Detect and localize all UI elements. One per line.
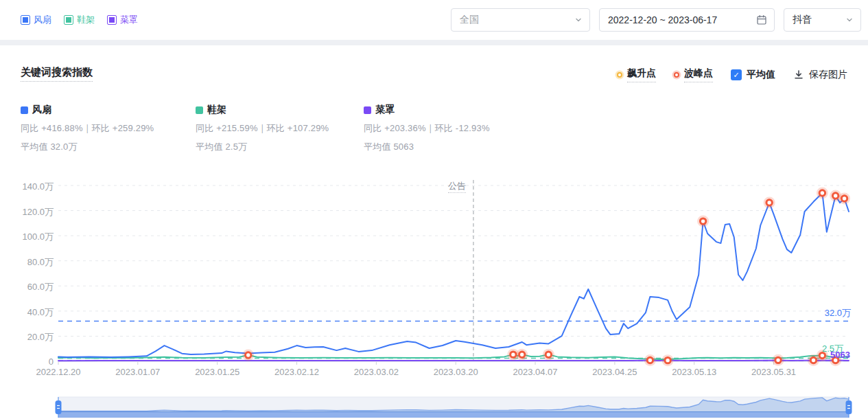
x-tick-label: 2023.02.12	[274, 367, 319, 377]
series-line	[58, 360, 849, 361]
annotation-label: 公告	[448, 180, 466, 192]
series-color-swatch	[196, 106, 203, 114]
brush-selected-strip	[58, 411, 849, 418]
peak-marker[interactable]	[819, 190, 825, 196]
series-color-swatch	[364, 106, 371, 114]
x-tick-label: 2023.03.20	[434, 367, 478, 377]
date-range-value: 2022-12-20 ~ 2023-06-17	[608, 14, 717, 25]
keyword-checkbox-icon	[64, 15, 73, 25]
keyword-label: 菜罩	[120, 14, 138, 26]
download-icon	[793, 69, 804, 80]
peak-marker[interactable]	[511, 352, 516, 357]
peak-marker[interactable]	[766, 200, 772, 205]
peak-marker[interactable]	[647, 357, 653, 363]
x-tick-label: 2023.01.25	[195, 367, 239, 377]
x-tick-label: 2023.05.13	[672, 367, 716, 377]
checkbox-checked-icon: ✓	[731, 69, 742, 80]
soar-point-label: 飙升点	[627, 67, 656, 82]
x-tick-label: 2023.04.07	[513, 367, 558, 377]
data-zoom-brush[interactable]	[0, 395, 868, 419]
keyword-checkbox-icon	[107, 15, 117, 25]
peak-marker[interactable]	[519, 352, 525, 357]
save-image-label: 保存图片	[809, 69, 847, 81]
brush-handle-right[interactable]	[846, 400, 852, 414]
brush-handle-left[interactable]	[56, 400, 62, 414]
peak-point-icon	[674, 72, 679, 78]
keyword-toggle-xiejia[interactable]: 鞋架	[64, 14, 95, 26]
keyword-label: 鞋架	[77, 14, 95, 26]
average-toggle[interactable]: ✓ 平均值	[731, 69, 775, 81]
chart-header-controls: 飙升点 波峰点 ✓ 平均值 保存图片	[617, 67, 847, 82]
stat-block-xiejia: 鞋架 同比 +215.59%｜环比 +107.29% 平均值 2.5万	[196, 104, 329, 153]
x-tick-label: 2023.05.31	[751, 367, 796, 377]
date-range-input[interactable]: 2022-12-20 ~ 2023-06-17	[599, 8, 775, 32]
x-tick-label: 2023.03.02	[354, 367, 399, 377]
top-toolbar: 风扇 鞋架 菜罩 全国 2022-12-20 ~ 2023-06-17 抖音	[0, 0, 868, 40]
peak-marker[interactable]	[246, 352, 251, 358]
keyword-toggle-caizhao[interactable]: 菜罩	[107, 14, 138, 26]
peak-marker[interactable]	[841, 196, 847, 201]
average-label: 平均值	[747, 69, 775, 81]
section-divider	[0, 40, 868, 45]
average-value-label: 32.0万	[825, 307, 851, 319]
stat-block-caizhao: 菜罩 同比 +203.36%｜环比 -12.93% 平均值 5063	[364, 104, 490, 153]
average-value-label: 5063	[830, 350, 850, 360]
peak-marker[interactable]	[775, 357, 781, 363]
soar-point-toggle[interactable]: 飙升点	[617, 67, 656, 82]
x-tick-label: 2022.12.20	[36, 367, 80, 377]
soar-point-icon	[617, 72, 622, 78]
stat-keyword: 鞋架	[207, 104, 226, 116]
peak-point-label: 波峰点	[684, 67, 713, 82]
peak-marker[interactable]	[832, 193, 838, 199]
platform-select-value: 抖音	[793, 14, 812, 26]
peak-marker[interactable]	[810, 357, 816, 363]
stat-average: 平均值 5063	[364, 141, 490, 153]
region-select[interactable]: 全国	[451, 8, 590, 32]
chevron-down-icon	[845, 16, 854, 24]
peak-marker[interactable]	[546, 352, 551, 357]
peak-point-toggle[interactable]: 波峰点	[674, 67, 713, 82]
filter-controls: 全国 2022-12-20 ~ 2023-06-17 抖音	[451, 8, 861, 32]
x-axis-labels: 2022.12.202023.01.072023.01.252023.02.12…	[0, 367, 868, 381]
region-select-value: 全国	[460, 14, 479, 26]
stat-compare: 同比 +215.59%｜环比 +107.29%	[196, 122, 329, 135]
x-tick-label: 2023.04.25	[592, 367, 637, 377]
stat-keyword: 菜罩	[375, 104, 395, 116]
series-line	[58, 193, 849, 357]
save-image-button[interactable]: 保存图片	[793, 69, 847, 81]
x-tick-label: 2023.01.07	[115, 367, 160, 377]
stat-average: 平均值 2.5万	[196, 141, 329, 153]
stat-compare: 同比 +203.36%｜环比 -12.93%	[364, 122, 490, 135]
peak-marker[interactable]	[665, 357, 670, 363]
chevron-down-icon	[574, 16, 583, 24]
peak-marker[interactable]	[700, 218, 705, 224]
main-chart-svg	[0, 175, 868, 374]
calendar-icon	[756, 14, 767, 25]
annotation-text: 公告	[448, 181, 466, 193]
platform-select[interactable]: 抖音	[784, 8, 861, 32]
